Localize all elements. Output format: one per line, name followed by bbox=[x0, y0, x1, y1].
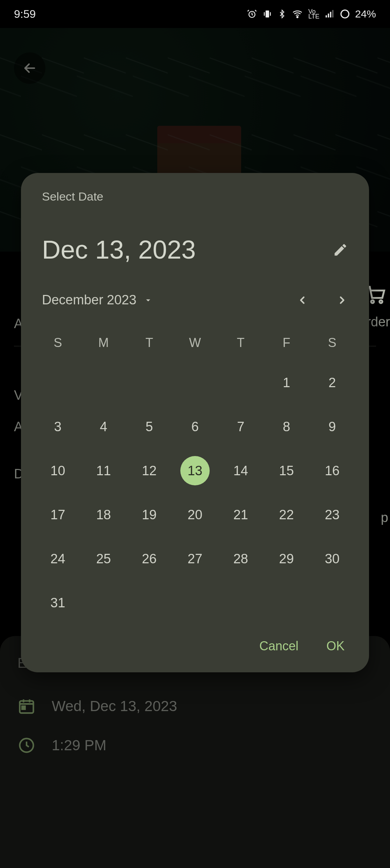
status-time: 9:59 bbox=[14, 8, 36, 21]
weekday-header: SMTWTFS bbox=[35, 335, 355, 350]
calendar-day[interactable]: 23 bbox=[318, 500, 347, 529]
calendar-week-row: 12 bbox=[35, 361, 355, 405]
dropdown-icon bbox=[143, 295, 153, 305]
status-icons: VoLTE 24% bbox=[247, 8, 376, 20]
alarm-icon bbox=[247, 9, 257, 19]
calendar-day[interactable]: 29 bbox=[272, 544, 301, 573]
calendar-day[interactable]: 28 bbox=[226, 544, 255, 573]
calendar-icon bbox=[17, 697, 36, 715]
dialog-title: Select Date bbox=[35, 190, 355, 203]
battery-percent: 24% bbox=[355, 8, 376, 20]
svg-rect-1 bbox=[266, 10, 269, 17]
svg-rect-9 bbox=[22, 706, 25, 709]
month-year-dropdown[interactable]: December 2023 bbox=[42, 292, 153, 308]
chevron-left-icon bbox=[296, 294, 308, 306]
calendar-day[interactable]: 5 bbox=[135, 412, 164, 441]
calendar-day[interactable]: 3 bbox=[43, 412, 72, 441]
calendar-day[interactable]: 24 bbox=[43, 544, 72, 573]
calendar-day[interactable]: 31 bbox=[43, 588, 72, 617]
calendar-week-row: 3456789 bbox=[35, 405, 355, 449]
calendar-day[interactable]: 6 bbox=[180, 412, 210, 441]
time-line: 1:29 PM bbox=[52, 737, 106, 754]
clock-icon bbox=[17, 736, 36, 754]
calendar-day[interactable]: 25 bbox=[89, 544, 118, 573]
calendar-day[interactable]: 13 bbox=[180, 456, 210, 485]
svg-point-4 bbox=[297, 16, 298, 18]
status-bar: 9:59 VoLTE 24% bbox=[0, 0, 390, 28]
svg-rect-2 bbox=[264, 12, 265, 16]
calendar-day[interactable]: 26 bbox=[135, 544, 164, 573]
data-saver-icon bbox=[340, 9, 350, 19]
calendar-day[interactable]: 4 bbox=[89, 412, 118, 441]
calendar-week-row: 24252627282930 bbox=[35, 537, 355, 581]
date-row[interactable]: Wed, Dec 13, 2023 bbox=[17, 697, 373, 715]
calendar-day[interactable]: 8 bbox=[272, 412, 301, 441]
calendar-day[interactable]: 9 bbox=[318, 412, 347, 441]
edit-date-button[interactable] bbox=[333, 242, 348, 258]
calendar-day[interactable]: 12 bbox=[135, 456, 164, 485]
calendar-day[interactable]: 21 bbox=[226, 500, 255, 529]
calendar-day[interactable]: 16 bbox=[318, 456, 347, 485]
volte-icon: VoLTE bbox=[308, 9, 319, 19]
calendar-day[interactable]: 7 bbox=[226, 412, 255, 441]
time-row[interactable]: 1:29 PM bbox=[17, 736, 373, 754]
calendar-day[interactable]: 10 bbox=[43, 456, 72, 485]
bluetooth-icon bbox=[277, 9, 287, 19]
signal-icon bbox=[324, 9, 335, 19]
calendar-week-row: 17181920212223 bbox=[35, 493, 355, 537]
month-year-label: December 2023 bbox=[42, 292, 136, 308]
calendar-day[interactable]: 14 bbox=[226, 456, 255, 485]
ok-button[interactable]: OK bbox=[326, 639, 345, 653]
weekday-label: M bbox=[98, 335, 109, 350]
calendar-day[interactable]: 22 bbox=[272, 500, 301, 529]
calendar-day[interactable]: 19 bbox=[135, 500, 164, 529]
selected-date-headline: Dec 13, 2023 bbox=[42, 235, 196, 265]
bg-text-rder: rder bbox=[366, 314, 390, 330]
calendar-day[interactable]: 20 bbox=[180, 500, 210, 529]
weekday-label: S bbox=[53, 335, 62, 350]
svg-point-6 bbox=[371, 300, 374, 303]
calendar-week-row: 31 bbox=[35, 581, 355, 625]
weekday-label: T bbox=[145, 335, 153, 350]
svg-rect-3 bbox=[270, 12, 271, 16]
weekday-label: F bbox=[283, 335, 290, 350]
calendar-week-row: 10111213141516 bbox=[35, 449, 355, 493]
weekday-label: W bbox=[189, 335, 201, 350]
prev-month-button[interactable] bbox=[296, 294, 308, 306]
calendar-day[interactable]: 27 bbox=[180, 544, 210, 573]
calendar-day[interactable]: 15 bbox=[272, 456, 301, 485]
weekday-label: T bbox=[237, 335, 245, 350]
vibrate-icon bbox=[262, 9, 273, 19]
chevron-right-icon bbox=[336, 294, 348, 306]
bg-text-p: p bbox=[381, 510, 388, 525]
calendar-day[interactable]: 1 bbox=[272, 368, 301, 397]
calendar-day[interactable]: 11 bbox=[89, 456, 118, 485]
pencil-icon bbox=[333, 242, 348, 258]
calendar-day[interactable]: 30 bbox=[318, 544, 347, 573]
date-line: Wed, Dec 13, 2023 bbox=[52, 698, 177, 715]
calendar-day[interactable]: 18 bbox=[89, 500, 118, 529]
svg-point-7 bbox=[380, 300, 382, 303]
calendar-day[interactable]: 2 bbox=[318, 368, 347, 397]
wifi-icon bbox=[291, 9, 303, 19]
weekday-label: S bbox=[328, 335, 337, 350]
next-month-button[interactable] bbox=[336, 294, 348, 306]
cancel-button[interactable]: Cancel bbox=[259, 639, 298, 653]
calendar-day[interactable]: 17 bbox=[43, 500, 72, 529]
svg-point-5 bbox=[341, 10, 349, 18]
date-picker-dialog: Select Date Dec 13, 2023 December 2023 S… bbox=[21, 173, 369, 672]
